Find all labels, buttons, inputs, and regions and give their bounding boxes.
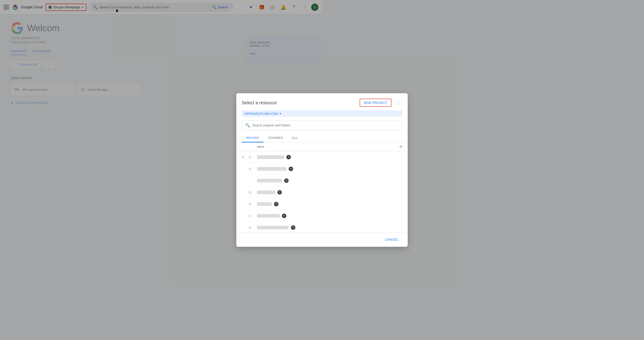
org-selector[interactable]: INFRASIGHTLABS.COM ▾ xyxy=(242,110,322,117)
modal-tabs: RECENT STARRED ALL xyxy=(236,134,322,142)
row-star-1[interactable]: ☆ xyxy=(248,155,257,160)
row-star-2[interactable]: ☆ xyxy=(248,166,257,170)
tab-all[interactable]: ALL xyxy=(288,134,302,142)
row-checkmark: ✓ xyxy=(242,155,248,159)
org-dropdown-arrow: ▾ xyxy=(280,112,281,115)
help-icon-1[interactable]: ? xyxy=(286,155,291,159)
modal-overlay[interactable]: Select a resource NEW PROJECT ⋮ INFRASIG… xyxy=(0,0,322,170)
tab-starred[interactable]: STARRED xyxy=(264,134,288,142)
modal-search-box[interactable]: 🔍 xyxy=(242,120,322,130)
modal-search-input[interactable] xyxy=(252,123,322,127)
row-name-1: ? xyxy=(257,155,322,159)
modal-header: Select a resource NEW PROJECT ⋮ xyxy=(236,93,322,110)
row-name-2: ? xyxy=(257,166,322,170)
table-row[interactable]: ✓ ☆ ? xyxy=(236,151,322,163)
tab-recent[interactable]: RECENT xyxy=(242,134,264,142)
help-icon-2[interactable]: ? xyxy=(289,166,293,170)
table-header: Name ID xyxy=(236,142,322,151)
modal-title: Select a resource xyxy=(242,100,277,105)
org-label: INFRASIGHTLABS.COM xyxy=(244,112,278,115)
table-row[interactable]: ☆ ? xyxy=(236,163,322,170)
modal-search-icon: 🔍 xyxy=(245,123,250,128)
modal-table: Name ID ✓ ☆ ? ☆ ? xyxy=(236,142,322,170)
select-resource-modal: Select a resource NEW PROJECT ⋮ INFRASIG… xyxy=(236,93,322,170)
